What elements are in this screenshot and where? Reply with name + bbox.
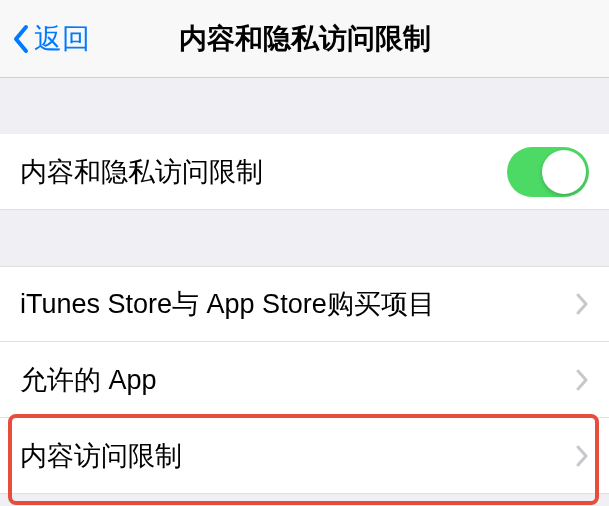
section-spacer [0,210,609,266]
menu-group: iTunes Store与 App Store购买项目 允许的 App 内容访问… [0,266,609,494]
navigation-header: 返回 内容和隐私访问限制 [0,0,609,78]
menu-item-content-restrictions[interactable]: 内容访问限制 [0,418,609,494]
page-title: 内容和隐私访问限制 [179,20,431,58]
back-label: 返回 [34,20,90,58]
toggle-knob [542,150,586,194]
toggle-cell-content-privacy: 内容和隐私访问限制 [0,134,609,210]
toggle-switch[interactable] [507,147,589,197]
chevron-left-icon [12,24,30,54]
back-button[interactable]: 返回 [0,20,90,58]
toggle-label: 内容和隐私访问限制 [20,154,263,190]
chevron-right-icon [575,368,589,392]
menu-item-itunes-appstore[interactable]: iTunes Store与 App Store购买项目 [0,266,609,342]
chevron-right-icon [575,444,589,468]
menu-item-label: iTunes Store与 App Store购买项目 [20,286,435,322]
menu-item-label: 内容访问限制 [20,438,182,474]
chevron-right-icon [575,292,589,316]
section-spacer [0,78,609,134]
menu-item-allowed-apps[interactable]: 允许的 App [0,342,609,418]
menu-item-label: 允许的 App [20,362,157,398]
